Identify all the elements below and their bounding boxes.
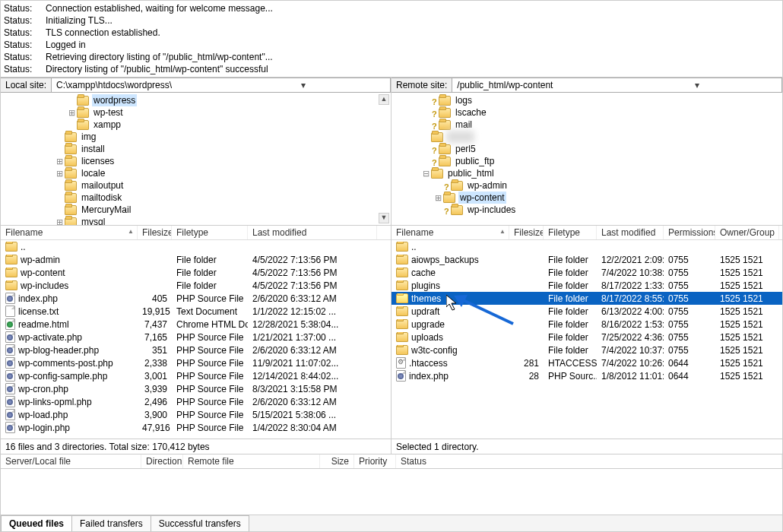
col-owner-group[interactable]: Owner/Group	[715, 226, 779, 239]
col-size[interactable]: Size	[320, 454, 354, 468]
scroll-up-icon[interactable]: ▲	[379, 94, 389, 105]
queue-header[interactable]: Server/Local file Direction Remote file …	[1, 454, 782, 469]
file-row[interactable]: wp-adminFile folder4/5/2022 7:13:56 PM	[1, 253, 391, 266]
file-row[interactable]: readme.html7,437Chrome HTML Do...12/28/2…	[1, 318, 391, 331]
file-row[interactable]: wp-links-opml.php2,496PHP Source File2/6…	[1, 395, 391, 408]
cell-permissions: 0755	[664, 332, 715, 343]
remote-path-combo[interactable]: /public_html/wp-content ▾	[452, 78, 782, 92]
file-row[interactable]: wp-contentFile folder4/5/2022 7:13:56 PM	[1, 266, 391, 279]
local-list-header[interactable]: Filename▲ Filesize Filetype Last modifie…	[1, 226, 391, 240]
tree-node[interactable]: wp-admin	[392, 179, 782, 192]
col-priority[interactable]: Priority	[354, 454, 396, 468]
local-tree[interactable]: ▲ ▼ wordpress⊞wp-testxamppimginstall⊞lic…	[1, 93, 391, 226]
tree-node[interactable]: ⊞wp-test	[1, 106, 391, 119]
tree-node[interactable]: ⊞licenses	[1, 155, 391, 167]
tree-node[interactable]: xampp	[1, 119, 391, 131]
tree-node[interactable]: mail	[392, 119, 782, 131]
cell-filetype: PHP Source File	[172, 293, 248, 304]
tree-node[interactable]: mailoutput	[1, 179, 391, 192]
file-row[interactable]: updraftFile folder6/13/2022 4:00:...0755…	[392, 305, 782, 318]
col-filesize[interactable]: Filesize	[138, 226, 172, 239]
file-row[interactable]: ..	[1, 240, 391, 253]
col-server-local[interactable]: Server/Local file	[1, 454, 141, 468]
remote-list-header[interactable]: Filename▲ Filesize Filetype Last modifie…	[392, 226, 782, 240]
cell-last-modified: 7/4/2022 10:26:...	[597, 358, 664, 369]
file-row[interactable]: wp-blog-header.php351PHP Source File2/6/…	[1, 344, 391, 356]
col-remote-file[interactable]: Remote file	[183, 454, 320, 468]
tree-node[interactable]: img	[1, 131, 391, 143]
col-last-modified[interactable]: Last modified	[597, 226, 664, 239]
col-filesize[interactable]: Filesize	[509, 226, 544, 239]
config-file-icon	[396, 357, 406, 369]
tree-node[interactable]: perl5	[392, 143, 782, 155]
tree-node[interactable]	[392, 131, 782, 143]
tree-expander[interactable]: ⊞	[433, 192, 443, 204]
tree-node[interactable]: lscache	[392, 106, 782, 119]
file-row[interactable]: ..	[392, 240, 782, 253]
file-row[interactable]: uploadsFile folder7/25/2022 4:36:...0755…	[392, 331, 782, 344]
file-row[interactable]: cacheFile folder7/4/2022 10:38:...075515…	[392, 266, 782, 279]
tree-expander[interactable]: ⊟	[420, 167, 431, 179]
file-row[interactable]: .htaccess281HTACCESS ...7/4/2022 10:26:.…	[392, 356, 782, 369]
tree-node[interactable]: logs	[392, 94, 782, 106]
tree-node[interactable]: ⊞locale	[1, 167, 391, 179]
chevron-down-icon[interactable]: ▾	[617, 80, 777, 90]
tree-node[interactable]: ⊟public_html	[392, 167, 782, 179]
tree-node[interactable]: public_ftp	[392, 155, 782, 167]
file-row[interactable]: wp-cron.php3,939PHP Source File8/3/2021 …	[1, 382, 391, 395]
tree-node[interactable]: wordpress	[1, 94, 391, 106]
tree-expander[interactable]: ⊞	[54, 216, 65, 226]
log-message: Initializing TLS...	[46, 14, 779, 27]
scroll-down-icon[interactable]: ▼	[379, 213, 389, 223]
file-row[interactable]: w3tc-configFile folder7/4/2022 10:37:...…	[392, 344, 782, 356]
cell-filetype: PHP Source File	[172, 358, 248, 369]
cell-owner-group: 1525 1521	[715, 332, 779, 343]
tree-node[interactable]: mailtodisk	[1, 192, 391, 204]
local-file-list[interactable]: ..wp-adminFile folder4/5/2022 7:13:56 PM…	[1, 240, 391, 439]
file-row[interactable]: aiowps_backupsFile folder12/2/2021 2:09:…	[392, 253, 782, 266]
col-filetype[interactable]: Filetype	[544, 226, 597, 239]
tree-expander[interactable]: ⊞	[54, 155, 65, 167]
col-status[interactable]: Status	[396, 454, 782, 468]
remote-file-list[interactable]: ..aiowps_backupsFile folder12/2/2021 2:0…	[392, 240, 782, 439]
file-row[interactable]: pluginsFile folder8/17/2022 1:33:...0755…	[392, 279, 782, 292]
col-direction[interactable]: Direction	[141, 454, 183, 468]
file-row[interactable]: wp-comments-post.php2,338PHP Source File…	[1, 356, 391, 369]
file-row[interactable]: wp-config-sample.php3,001PHP Source File…	[1, 369, 391, 382]
local-path-combo[interactable]: C:\xampp\htdocs\wordpress\ ▾	[52, 78, 391, 92]
cell-last-modified: 4/5/2022 7:13:56 PM	[248, 268, 377, 278]
cell-filename: ..	[392, 242, 509, 252]
tab-queued-files[interactable]: Queued files	[1, 515, 72, 531]
tab-failed-transfers[interactable]: Failed transfers	[71, 515, 151, 531]
col-filetype[interactable]: Filetype	[172, 226, 248, 239]
col-last-modified[interactable]: Last modified	[248, 226, 377, 239]
chevron-down-icon[interactable]: ▾	[221, 80, 385, 90]
cell-filetype: PHP Source File	[172, 332, 248, 343]
file-row[interactable]: license.txt19,915Text Document1/1/2022 1…	[1, 305, 391, 318]
remote-tree[interactable]: logslscachemail perl5public_ftp⊟public_h…	[392, 93, 782, 226]
file-row[interactable]: wp-activate.php7,165PHP Source File1/21/…	[1, 331, 391, 344]
file-row[interactable]: index.php28PHP Sourc...1/8/2012 11:01:..…	[392, 369, 782, 382]
tree-node[interactable]: MercuryMail	[1, 204, 391, 216]
folder-icon	[65, 157, 77, 166]
file-row[interactable]: index.php405PHP Source File2/6/2020 6:33…	[1, 292, 391, 305]
cell-last-modified: 8/3/2021 3:15:58 PM	[248, 384, 377, 394]
file-icon	[5, 306, 15, 317]
file-row[interactable]: themesFile folder8/17/2022 8:55:...07551…	[392, 292, 782, 305]
cell-filetype: File folder	[544, 293, 597, 304]
file-row[interactable]: wp-includesFile folder4/5/2022 7:13:56 P…	[1, 279, 391, 292]
tree-label: MercuryMail	[80, 204, 132, 216]
queue-list[interactable]	[1, 469, 782, 515]
tree-label: wp-admin	[466, 179, 509, 192]
file-row[interactable]: wp-login.php47,916PHP Source File1/4/202…	[1, 421, 391, 434]
tab-successful-transfers[interactable]: Successful transfers	[151, 515, 249, 531]
tree-node[interactable]: install	[1, 143, 391, 155]
col-permissions[interactable]: Permissions	[664, 226, 715, 239]
tree-node[interactable]: ⊞mysql	[1, 216, 391, 226]
tree-node[interactable]: ⊞wp-content	[392, 192, 782, 204]
file-row[interactable]: wp-load.php3,900PHP Source File5/15/2021…	[1, 408, 391, 421]
tree-expander[interactable]: ⊞	[54, 167, 65, 179]
tree-expander[interactable]: ⊞	[66, 106, 77, 119]
tree-node[interactable]: wp-includes	[392, 204, 782, 216]
file-row[interactable]: upgradeFile folder8/16/2022 1:53:...0755…	[392, 318, 782, 331]
